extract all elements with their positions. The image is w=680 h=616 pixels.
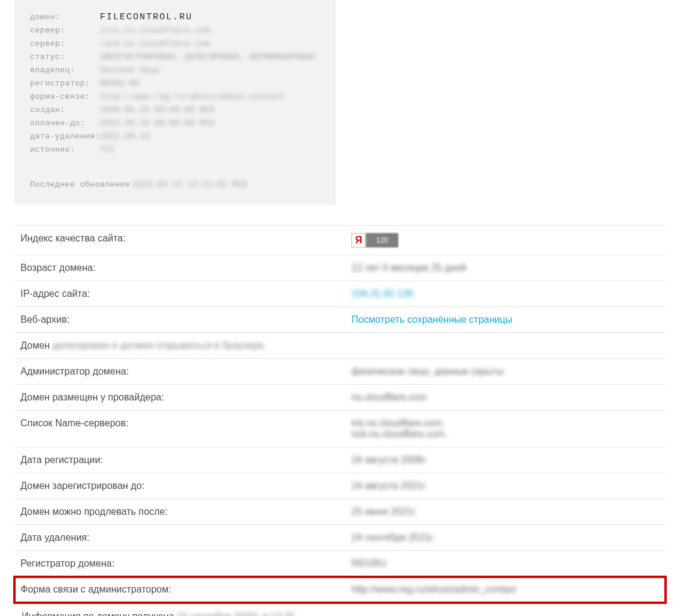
whois-row: владелец: Частное Лицо: [30, 64, 324, 77]
row-ns: Список Name-серверов: iris.ns.cloudflare…: [14, 411, 666, 447]
whois-row: статус: ЗАРЕГИСТРИРОВАН, ДЕЛЕГИРОВАН, ВЕ…: [30, 51, 324, 64]
delete-value: 24 сентября 2021г.: [351, 532, 660, 543]
provider-value: ns.cloudflare.com: [351, 392, 660, 403]
renew-value: 25 июня 2021г.: [351, 506, 660, 517]
whois-label: форма-связи:: [30, 90, 100, 104]
contact-value: http://www.reg.ru/whois/admin_contact: [351, 584, 660, 595]
whois-value: 2021.08.24 00:00:00 МСК: [100, 117, 215, 130]
delete-label: Дата удаления:: [20, 532, 351, 543]
row-delete: Дата удаления: 24 сентября 2021г.: [14, 525, 666, 551]
registrar-label: Регистратор домена:: [20, 558, 351, 569]
whois-block: домен: FILECONTROL.RU сервер: iris.ns.cl…: [14, 0, 336, 205]
whois-value: 2008.08.24 00:00:00 МСК: [100, 104, 215, 117]
whois-row: оплачен-до: 2021.08.24 00:00:00 МСК: [30, 117, 324, 130]
whois-row: регистратор: REGRU-RU: [30, 77, 324, 90]
row-contact-form: Форма связи с администратором: http://ww…: [14, 577, 666, 603]
whois-value: http://www.reg.ru/whois/admin_contact: [100, 90, 285, 104]
whois-row: дата-удаления: 2021.09.24: [30, 130, 324, 143]
whois-footer-value: 2020.09.15 12:21:01 МСК: [132, 178, 247, 191]
admin-label: Администратор домена:: [20, 366, 351, 377]
whois-label: владелец:: [30, 64, 100, 77]
row-delegated: Домен делегирован и должен открываться в…: [14, 333, 666, 359]
row-regdate: Дата регистрации: 24 августа 2008г.: [14, 447, 666, 473]
iq-label: Индекс качества сайта:: [20, 233, 351, 244]
until-label: Домен зарегистрирован до:: [20, 481, 351, 491]
whois-value: REGRU-RU: [100, 77, 140, 90]
until-value: 24 августа 2021г.: [351, 481, 660, 491]
delegated-rest: делегирован и должен открываться в брауз…: [52, 340, 266, 350]
whois-label: домен:: [30, 11, 100, 24]
whois-value: TCI: [100, 143, 115, 157]
ya-icon: Я: [351, 233, 366, 247]
whois-label: дата-удаления:: [30, 130, 100, 143]
whois-row: домен: FILECONTROL.RU: [30, 11, 324, 24]
ip-link[interactable]: 104.31.82.136: [351, 288, 660, 299]
row-until: Домен зарегистрирован до: 24 августа 202…: [14, 473, 666, 499]
info-table: Индекс качества сайта: Я 120 Возраст дом…: [14, 225, 666, 603]
whois-row: форма-связи: http://www.reg.ru/whois/adm…: [30, 90, 324, 104]
delegated-prefix: Домен: [20, 340, 52, 350]
row-age: Возраст домена: 12 лет 0 месяцев 25 дней: [14, 255, 666, 281]
delegated-text: Домен делегирован и должен открываться в…: [20, 340, 660, 351]
ip-label: IP-адрес сайта:: [20, 288, 351, 299]
row-archive: Веб-архив: Посмотреть сохранённые страни…: [14, 307, 666, 333]
whois-row: создан: 2008.08.24 00:00:00 МСК: [30, 104, 324, 117]
whois-label: статус:: [30, 51, 100, 64]
regdate-value: 24 августа 2008г.: [351, 455, 660, 465]
row-ip: IP-адрес сайта: 104.31.82.136: [14, 281, 666, 307]
age-value: 12 лет 0 месяцев 25 дней: [351, 263, 660, 273]
footer-prefix: Информация по домену получена: [22, 611, 177, 616]
yandex-iq-badge: Я 120: [351, 233, 398, 247]
row-iq: Индекс качества сайта: Я 120: [14, 225, 666, 255]
ns-value: iris.ns.cloudflare.com. rick.ns.cloudfla…: [351, 418, 660, 440]
whois-value: ЗАРЕГИСТРИРОВАН, ДЕЛЕГИРОВАН, ВЕРИФИЦИРО…: [100, 51, 315, 64]
whois-value: Частное Лицо: [100, 64, 160, 77]
whois-footer-label: Последнее обновление: [30, 178, 130, 191]
whois-label: создан:: [30, 104, 100, 117]
iq-value: Я 120: [351, 233, 660, 247]
ns-label: Список Name-серверов:: [20, 418, 351, 429]
info-footer: Информация по домену получена 15 сентябр…: [22, 611, 680, 616]
whois-domain: FILECONTROL.RU: [100, 11, 193, 24]
page: домен: FILECONTROL.RU сервер: iris.ns.cl…: [0, 0, 680, 616]
contact-label: Форма связи с администратором:: [20, 584, 351, 595]
registrar-value: REGRU: [351, 558, 660, 569]
admin-value: физическое лицо, данные скрыты: [351, 366, 660, 377]
whois-value: rick.ns.cloudflare.com.: [100, 37, 215, 51]
row-renew: Домен можно продлевать после: 25 июня 20…: [14, 499, 666, 525]
ns2: rick.ns.cloudflare.com.: [351, 429, 660, 440]
whois-row: сервер: rick.ns.cloudflare.com.: [30, 37, 324, 51]
whois-footer: Последнее обновление 2020.09.15 12:21:01…: [30, 178, 324, 191]
whois-label: сервер:: [30, 24, 100, 37]
footer-rest: 15 сентября 2020г. в 12:25: [177, 611, 295, 616]
whois-label: источник:: [30, 143, 100, 157]
whois-row: сервер: iris.ns.cloudflare.com.: [30, 24, 324, 37]
archive-link[interactable]: Посмотреть сохранённые страницы: [351, 314, 660, 325]
regdate-label: Дата регистрации:: [20, 455, 351, 465]
row-admin: Администратор домена: физическое лицо, д…: [14, 359, 666, 385]
whois-value: 2021.09.24: [100, 130, 150, 143]
whois-row: источник: TCI: [30, 143, 324, 157]
whois-label: регистратор:: [30, 77, 100, 90]
row-provider: Домен размещен у провайдера: ns.cloudfla…: [14, 385, 666, 411]
provider-label: Домен размещен у провайдера:: [20, 392, 351, 403]
ns1: iris.ns.cloudflare.com.: [351, 418, 660, 429]
row-registrar: Регистратор домена: REGRU: [14, 551, 666, 577]
whois-value: iris.ns.cloudflare.com.: [100, 24, 215, 37]
archive-label: Веб-архив:: [20, 314, 351, 325]
whois-label: оплачен-до:: [30, 117, 100, 130]
age-label: Возраст домена:: [20, 263, 351, 273]
renew-label: Домен можно продлевать после:: [20, 506, 351, 517]
iq-number: 120: [366, 233, 398, 247]
whois-label: сервер:: [30, 37, 100, 51]
